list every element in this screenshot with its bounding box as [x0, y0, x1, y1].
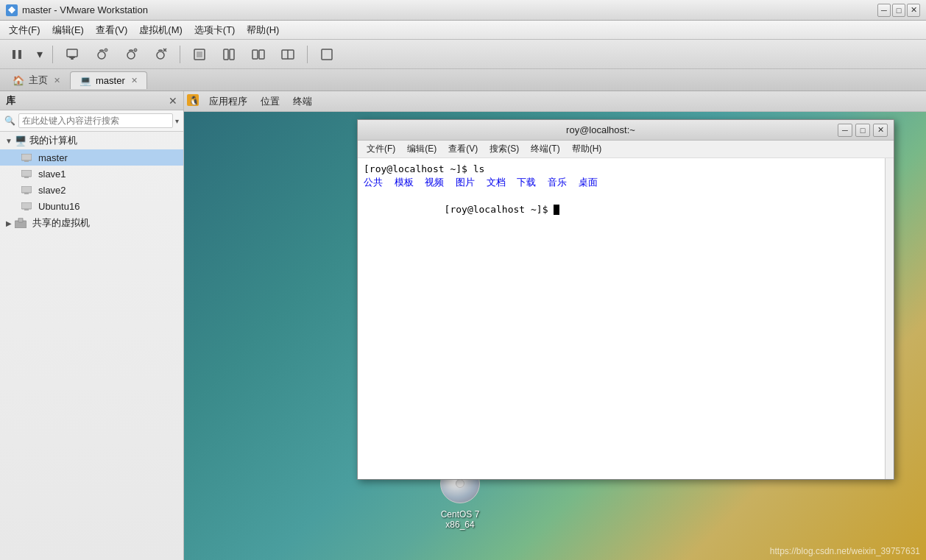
vm-menubar: 🐧 应用程序 位置 终端 — [184, 91, 926, 112]
svg-rect-4 — [71, 58, 74, 60]
tab-home-icon: 🏠 — [13, 75, 24, 86]
term-menu-terminal[interactable]: 终端(T) — [525, 141, 565, 157]
terminal-window-controls: ─ □ ✕ — [838, 124, 888, 137]
tab-home-close[interactable]: ✕ — [54, 76, 60, 85]
tab-master[interactable]: 💻 master ✕ — [70, 71, 147, 89]
terminal-window[interactable]: roy@localhost:~ ─ □ ✕ 文件(F) 编辑(E) 查看(V) … — [357, 119, 894, 480]
term-menu-help[interactable]: 帮助(H) — [566, 141, 608, 157]
svg-rect-0 — [13, 50, 15, 59]
terminal-line-1: [roy@localhost ~]$ ls — [364, 163, 879, 176]
terminal-menubar: 文件(F) 编辑(E) 查看(V) 搜索(S) 终端(T) 帮助(H) — [358, 141, 894, 158]
menu-help[interactable]: 帮助(H) — [241, 21, 285, 39]
close-button[interactable]: ✕ — [907, 4, 920, 17]
app-icon — [6, 4, 18, 16]
svg-rect-26 — [24, 193, 29, 194]
term-menu-edit[interactable]: 编辑(E) — [401, 141, 442, 157]
title-bar: master - VMware Workstation ─ □ ✕ — [0, 0, 926, 21]
menu-view[interactable]: 查看(V) — [90, 21, 133, 39]
terminal-line-3: [roy@localhost ~]$ — [364, 189, 879, 230]
svg-rect-1 — [18, 50, 21, 59]
svg-rect-28 — [24, 209, 29, 210]
menu-file[interactable]: 文件(F) — [3, 21, 46, 39]
svg-text:🐧: 🐧 — [188, 95, 199, 106]
tab-home[interactable]: 🏠 主页 ✕ — [3, 70, 70, 90]
vm-menu-icon: 🐧 — [187, 94, 199, 108]
menu-tab[interactable]: 选项卡(T) — [188, 21, 241, 39]
search-input[interactable] — [18, 113, 173, 128]
window-controls: ─ □ ✕ — [877, 4, 920, 17]
svg-rect-12 — [197, 52, 202, 57]
toolbar-pause-button[interactable] — [4, 43, 29, 65]
terminal-minimize-button[interactable]: ─ — [838, 124, 852, 137]
toolbar-sep-1 — [52, 46, 53, 63]
tree-vm-ubuntu16[interactable]: Ubuntu16 — [0, 198, 183, 214]
toolbar-snapshot1-button[interactable] — [89, 43, 114, 65]
window-title: master - VMware Workstation — [22, 4, 873, 15]
svg-rect-30 — [18, 218, 23, 222]
terminal-close-button[interactable]: ✕ — [873, 124, 888, 137]
menu-edit[interactable]: 编辑(E) — [46, 21, 90, 39]
tree-vm-master[interactable]: master — [0, 149, 183, 166]
vm-desktop[interactable]: 🏠 主文件夹 🗑 回收站 — [184, 112, 926, 560]
toolbar-sep-3 — [307, 46, 308, 63]
terminal-cursor — [554, 205, 559, 215]
tab-master-close[interactable]: ✕ — [131, 76, 138, 85]
tree-my-computer[interactable]: ▼ 我的计算机 — [0, 132, 183, 149]
svg-rect-14 — [230, 49, 234, 60]
terminal-maximize-button[interactable]: □ — [855, 124, 870, 137]
tab-master-label: master — [96, 75, 125, 86]
desktop-icon-cd-label: CentOS 7 x86_64 — [431, 508, 489, 531]
svg-rect-21 — [21, 154, 32, 160]
toolbar-view3-button[interactable] — [246, 43, 271, 65]
menu-vm[interactable]: 虚拟机(M) — [133, 21, 188, 39]
term-menu-file[interactable]: 文件(F) — [361, 141, 401, 157]
watermark: https://blog.csdn.net/weixin_39757631 — [770, 546, 920, 556]
tree-vm-slave1[interactable]: slave1 — [0, 166, 183, 182]
toolbar-fullscreen-button[interactable] — [60, 43, 85, 65]
sidebar-header: 库 ✕ — [0, 91, 183, 110]
sidebar-close-button[interactable]: ✕ — [169, 95, 177, 107]
tab-home-label: 主页 — [29, 74, 48, 87]
term-menu-search[interactable]: 搜索(S) — [484, 141, 525, 157]
toolbar-view2-button[interactable] — [216, 43, 241, 65]
vm-icon-ubuntu16 — [21, 200, 32, 212]
toolbar-snapshot2-button[interactable]: + — [119, 43, 144, 65]
search-dropdown-icon[interactable]: ▾ — [175, 117, 179, 125]
toolbar-sep-2 — [180, 46, 180, 63]
toolbar-view1-button[interactable] — [187, 43, 212, 65]
vm-menu-location[interactable]: 位置 — [255, 93, 286, 110]
tree-master-label: master — [38, 152, 68, 163]
tree-vm-slave2[interactable]: slave2 — [0, 182, 183, 198]
terminal-scrollbar[interactable] — [885, 158, 894, 479]
vm-menu-terminal[interactable]: 终端 — [287, 93, 318, 110]
terminal-content[interactable]: [roy@localhost ~]$ ls 公共 模板 视频 图片 文档 下载 … — [358, 158, 885, 479]
toolbar-snapshot3-button[interactable] — [148, 43, 173, 65]
svg-text:+: + — [134, 49, 137, 53]
terminal-title: roy@localhost:~ — [364, 124, 838, 135]
svg-rect-22 — [24, 160, 29, 162]
main-layout: 库 ✕ 🔍 ▾ ▼ 我的计算机 master — [0, 91, 926, 560]
maximize-button[interactable]: □ — [892, 4, 905, 17]
sidebar: 库 ✕ 🔍 ▾ ▼ 我的计算机 master — [0, 91, 184, 560]
tree-computer-label: 我的计算机 — [29, 134, 77, 147]
minimize-button[interactable]: ─ — [877, 4, 891, 17]
terminal-line-2: 公共 模板 视频 图片 文档 下载 音乐 桌面 — [364, 176, 879, 189]
tree: ▼ 我的计算机 master slave1 slave2 — [0, 132, 183, 232]
tree-ubuntu16-label: Ubuntu16 — [38, 201, 79, 212]
svg-rect-27 — [21, 202, 32, 209]
vm-icon-slave2 — [21, 184, 32, 196]
tab-bar: 🏠 主页 ✕ 💻 master ✕ — [0, 69, 926, 91]
tree-shared-vms[interactable]: ▶ 共享的虚拟机 — [0, 214, 183, 232]
vm-menu-apps[interactable]: 应用程序 — [203, 93, 253, 110]
vm-icon-master — [21, 152, 32, 163]
tab-master-icon: 💻 — [79, 75, 91, 86]
toolbar-dropdown-button[interactable]: ▾ — [34, 43, 46, 65]
svg-rect-24 — [24, 177, 29, 178]
toolbar-full-button[interactable] — [314, 43, 339, 65]
toolbar-view4-button[interactable] — [275, 43, 300, 65]
svg-rect-25 — [21, 186, 32, 193]
tree-toggle-computer: ▼ — [4, 137, 13, 145]
term-menu-view[interactable]: 查看(V) — [442, 141, 484, 157]
svg-rect-2 — [67, 49, 77, 57]
search-icon: 🔍 — [4, 116, 15, 126]
